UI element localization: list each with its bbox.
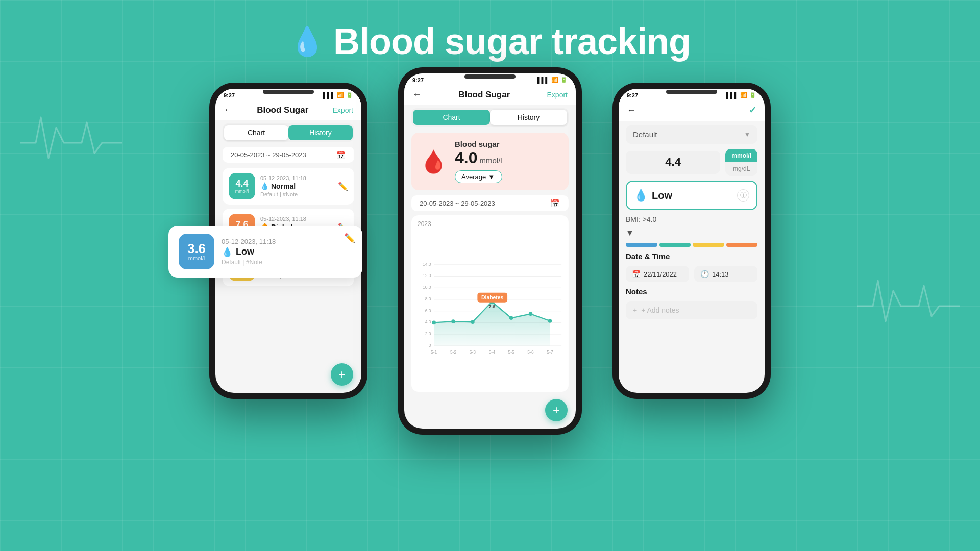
notes-field[interactable]: + + Add notes (626, 301, 757, 319)
phone-1-date-text: 20-05-2023 ~ 29-05-2023 (231, 151, 306, 159)
signal-icon-2: ▌▌▌ (537, 77, 549, 83)
phone-2-calendar-icon[interactable]: 📅 (550, 198, 560, 208)
svg-text:0: 0 (429, 343, 431, 348)
entry-edit-normal[interactable]: ✏️ (338, 182, 348, 191)
phone-3-back-button[interactable]: ← (627, 105, 636, 116)
phone-2-frame: 9:27 ▌▌▌ 📶 🔋 ← Blood Sugar Export Chart … (398, 67, 582, 435)
svg-text:Diabetes: Diabetes (481, 295, 504, 300)
phone-2-export-button[interactable]: Export (547, 91, 568, 99)
phone-3-screen: 9:27 ▌▌▌ 📶 🔋 ← ✓ Default ▼ (619, 89, 765, 393)
entry-meta-normal: Default | #Note (260, 191, 333, 197)
phone-3-frame: 9:27 ▌▌▌ 📶 🔋 ← ✓ Default ▼ (612, 83, 771, 399)
mmol-unit-button[interactable]: mmol/l (725, 149, 757, 162)
floating-timestamp: 05-12-2023, 11:18 (222, 238, 276, 245)
ecg-decoration-right (857, 265, 960, 342)
svg-point-17 (432, 321, 436, 325)
phone-3-app-header: ← ✓ (619, 101, 765, 121)
svg-text:4.0: 4.0 (425, 319, 431, 324)
chart-svg-container: 14.0 12.0 10.0 8.0 6.0 4.0 2.0 0 (418, 230, 562, 387)
phone-2-notch (464, 74, 516, 79)
calendar-icon-form: 📅 (632, 270, 641, 278)
signal-icon: ▌▌▌ (323, 92, 335, 98)
floating-edit-icon[interactable]: ✏️ (344, 233, 355, 244)
phone-1-tab-chart[interactable]: Chart (224, 125, 288, 140)
svg-text:5-7: 5-7 (547, 349, 553, 355)
expand-arrow-icon: ▼ (626, 229, 757, 238)
phone-2-tab-chart[interactable]: Chart (413, 110, 490, 125)
phone-1-export-button[interactable]: Export (333, 106, 353, 114)
svg-text:5-4: 5-4 (489, 349, 496, 355)
status-card: 💧 Low ⓘ (626, 181, 757, 210)
phone-1-fab[interactable]: + (331, 363, 353, 386)
entry-status-normal: 💧 Normal (260, 182, 333, 190)
entry-info-normal: 05-12-2023, 11:18 💧 Normal Default | #No… (260, 175, 333, 197)
value-input-field[interactable]: 4.4 (626, 151, 720, 174)
floating-card: 3.6 mmol/l 05-12-2023, 11:18 💧 Low Defau… (168, 226, 362, 278)
phone-3-time: 9:27 (627, 92, 638, 98)
phone-1-back-button[interactable]: ← (224, 105, 233, 115)
unit-toggle: mmol/l mg/dL (725, 149, 757, 176)
phone-1-title: Blood Sugar (257, 105, 308, 115)
datetime-row: 📅 22/11/2022 🕐 14:13 (626, 266, 757, 282)
phone-1-tab-bar: Chart History (223, 123, 354, 142)
info-icon[interactable]: ⓘ (737, 189, 749, 202)
phone-2-tab-bar: Chart History (411, 108, 569, 127)
blood-drop-icon: 🩸 (420, 148, 448, 175)
phone-1-status-icons: ▌▌▌ 📶 🔋 (323, 92, 353, 98)
entry-value-normal: 4.4 (235, 179, 248, 188)
notes-section-label: Notes (626, 287, 757, 296)
floating-status: 💧 Low (222, 246, 276, 258)
phone-2-chart-section: 2023 14.0 12.0 10.0 8.0 6.0 4.0 2.0 0 (411, 215, 569, 392)
drop-icon-floating: 💧 (222, 246, 233, 258)
phone-2-date-range: 20-05-2023 ~ 29-05-2023 📅 (411, 195, 569, 211)
time-value: 14:13 (712, 270, 729, 278)
avg-dropdown[interactable]: Average ▼ (455, 170, 502, 183)
svg-text:2.0: 2.0 (425, 331, 431, 336)
chart-year: 2023 (418, 220, 562, 228)
svg-text:5-3: 5-3 (470, 349, 476, 355)
phone-2-tab-history[interactable]: History (490, 110, 567, 125)
color-bar-row (626, 243, 757, 247)
phone-3-status-icons: ▌▌▌ 📶 🔋 (726, 92, 756, 98)
phone-1-app-header: ← Blood Sugar Export (215, 101, 361, 120)
svg-text:14.0: 14.0 (423, 262, 431, 267)
value-row: 4.4 mmol/l mg/dL (626, 149, 757, 176)
notes-placeholder: + Add notes (641, 306, 679, 314)
hero-label: Blood sugar (455, 140, 502, 148)
dropdown-arrow-icon: ▼ (744, 131, 750, 138)
phone-1-tab-history[interactable]: History (288, 125, 353, 140)
phone-3-check-button[interactable]: ✓ (749, 105, 756, 116)
date-field[interactable]: 📅 22/11/2022 (626, 266, 689, 282)
floating-status-text: Low (236, 246, 254, 257)
hero-info: Blood sugar 4.0 mmol/l Average ▼ (455, 140, 502, 183)
phone-3-form-content: Default ▼ 4.4 mmol/l mg/dL 💧 Low (619, 121, 765, 393)
phone-2-back-button[interactable]: ← (412, 89, 422, 100)
phone-1-frame: 9:27 ▌▌▌ 📶 🔋 ← Blood Sugar Export Chart … (209, 83, 368, 399)
signal-icon-3: ▌▌▌ (726, 92, 738, 98)
hero-unit: mmol/l (479, 156, 502, 165)
battery-icon: 🔋 (346, 92, 353, 98)
phone-2-fab[interactable]: + (545, 399, 568, 421)
mgdl-unit-button[interactable]: mg/dL (725, 162, 757, 176)
datetime-section-label: Date & Time (626, 252, 757, 261)
phone-3-notch (666, 90, 717, 94)
svg-text:5-6: 5-6 (527, 349, 534, 355)
phone-1-notch (263, 90, 314, 94)
calendar-icon[interactable]: 📅 (336, 150, 346, 160)
date-value: 22/11/2022 (644, 270, 677, 278)
entry-badge-normal: 4.4 mmol/l (229, 173, 255, 199)
color-bar-orange (726, 243, 758, 247)
svg-text:5-5: 5-5 (508, 349, 515, 355)
color-bar-teal (659, 243, 691, 247)
color-bar-yellow (693, 243, 724, 247)
dropdown-field[interactable]: Default ▼ (626, 125, 757, 144)
svg-text:5-2: 5-2 (450, 349, 457, 355)
status-drop-icon: 💧 (634, 189, 648, 202)
floating-value: 3.6 (187, 242, 206, 255)
phones-container: 9:27 ▌▌▌ 📶 🔋 ← Blood Sugar Export Chart … (0, 78, 980, 435)
entry-ts-normal: 05-12-2023, 11:18 (260, 175, 333, 181)
phone-2-time: 9:27 (412, 77, 424, 83)
phone-2-hero-card: 🩸 Blood sugar 4.0 mmol/l Average ▼ (411, 133, 569, 190)
time-field[interactable]: 🕐 14:13 (694, 266, 757, 282)
entry-ts-diabetes: 05-12-2023, 11:18 (260, 216, 333, 222)
